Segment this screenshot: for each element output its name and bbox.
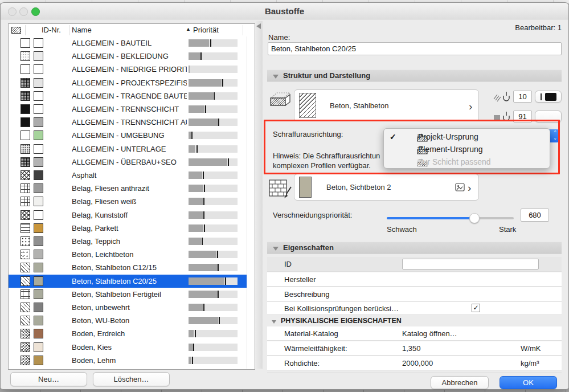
list-item[interactable]: Beton, Leichtbeton bbox=[9, 248, 247, 261]
cut-fill-swatch bbox=[21, 197, 30, 206]
list-scrollbar[interactable] bbox=[247, 36, 255, 369]
name-input[interactable] bbox=[268, 42, 562, 55]
surface-pen-color-button[interactable] bbox=[535, 111, 562, 122]
section-properties[interactable]: Eigenschaften bbox=[267, 242, 562, 254]
list-item[interactable]: Belag, Parkett bbox=[9, 222, 247, 235]
property-row[interactable]: Beschreibung bbox=[267, 287, 562, 301]
priority-bar-fill bbox=[189, 119, 218, 126]
delete-button[interactable]: Löschen… bbox=[93, 372, 170, 386]
sort-ascending-icon: ▲ bbox=[186, 26, 191, 32]
cut-fill-swatch bbox=[21, 91, 30, 101]
surface-swatch bbox=[34, 130, 43, 140]
ok-button[interactable]: OK bbox=[500, 376, 557, 389]
cut-fill-swatch bbox=[21, 356, 30, 365]
list-item[interactable]: ALLGEMEIN - TRAGENDE BAUTEI bbox=[9, 89, 247, 103]
list-item[interactable]: ALLGEMEIN - PROJEKTSPEZIFISC bbox=[9, 76, 247, 89]
list-item[interactable]: Belag, Kunststoff bbox=[9, 209, 247, 222]
cut-fill-selector[interactable]: Beton, Stahlbeton › bbox=[294, 89, 479, 121]
list-item[interactable] bbox=[9, 367, 247, 369]
property-row[interactable]: Bei Kollisionsprüfungen berücksi…✓ bbox=[267, 302, 562, 315]
physical-value[interactable]: 1,350 bbox=[402, 344, 421, 353]
window-title: Baustoffe bbox=[1, 6, 568, 16]
surface-swatch bbox=[34, 210, 43, 220]
material-name: ALLGEMEIN - PROJEKTSPEZIFISC bbox=[72, 76, 187, 89]
priority-slider[interactable] bbox=[387, 213, 514, 223]
section-physical[interactable]: PHYSIKALISCHE EIGENSCHAFTEN bbox=[267, 315, 562, 327]
priority-bar-fill bbox=[189, 198, 203, 205]
list-item[interactable]: Boden, Erdreich bbox=[9, 327, 247, 340]
surface-swatch bbox=[34, 197, 43, 206]
list-item[interactable]: ALLGEMEIN - UMGEBUNG bbox=[9, 129, 247, 142]
list-item[interactable]: ALLGEMEIN - TRENNSCHICHT bbox=[9, 103, 247, 116]
priority-bar-fill bbox=[189, 211, 203, 219]
physical-property-row[interactable]: Material-KatalogKatalog öffnen… bbox=[267, 326, 562, 341]
priority-bar-fill bbox=[189, 52, 200, 60]
property-label: Bei Kollisionsprüfungen berücksi… bbox=[284, 304, 399, 313]
fill-pen-color-button[interactable] bbox=[535, 91, 562, 103]
list-item[interactable]: Belag, Teppich bbox=[9, 235, 247, 248]
cut-fill-column-icon[interactable] bbox=[11, 27, 21, 34]
list-item[interactable]: ALLGEMEIN - ÜBERBAU+SEO bbox=[9, 156, 247, 169]
material-name: Belag, Fliesen weiß bbox=[72, 195, 187, 208]
property-row[interactable]: Hersteller bbox=[267, 272, 562, 287]
list-item[interactable]: Beton, Stahlbeton Fertigteil bbox=[9, 288, 247, 301]
section-structure[interactable]: Struktur und Darstellung bbox=[267, 70, 562, 81]
column-id[interactable]: ID-Nr. bbox=[42, 26, 61, 34]
list-item[interactable]: Beton, Stahlbeton C12/15 bbox=[9, 261, 247, 274]
physical-property-row[interactable]: Rohdichte:2000,000kg/m³ bbox=[267, 356, 562, 370]
list-item[interactable]: Beton, WU-Beton bbox=[9, 314, 247, 327]
physical-label: Rohdichte: bbox=[284, 359, 320, 368]
priority-marker bbox=[210, 39, 211, 47]
id-input[interactable] bbox=[402, 259, 539, 270]
collision-checkbox[interactable]: ✓ bbox=[472, 304, 480, 312]
property-label: Hersteller bbox=[284, 275, 316, 284]
hint-line-1: Hinweis: Die Schraffurausrichtun bbox=[273, 152, 387, 160]
priority-bar bbox=[189, 132, 238, 139]
list-item[interactable]: Boden, Lehm bbox=[9, 354, 247, 367]
list-item[interactable]: Belag, Fliesen weiß bbox=[9, 195, 247, 208]
cut-fill-swatch bbox=[21, 342, 30, 352]
priority-bar-fill bbox=[189, 344, 193, 351]
collapse-triangle-icon bbox=[273, 75, 279, 79]
panel-splitter[interactable] bbox=[255, 21, 263, 369]
list-item[interactable]: ALLGEMEIN - TRENNSCHICHT AU bbox=[9, 116, 247, 129]
physical-property-row[interactable]: Wärmeleitfähigkeit:1,350W/mK bbox=[267, 341, 562, 356]
column-name[interactable]: Name bbox=[72, 26, 92, 34]
priority-bar-fill bbox=[189, 185, 203, 192]
priority-input[interactable] bbox=[521, 209, 549, 222]
cut-fill-swatch bbox=[21, 78, 30, 88]
material-name: ALLGEMEIN - TRENNSCHICHT bbox=[72, 103, 187, 116]
priority-bar-fill bbox=[189, 105, 204, 113]
list-item[interactable]: ALLGEMEIN - BAUTEIL bbox=[9, 36, 247, 50]
collapse-left-icon[interactable] bbox=[256, 23, 261, 29]
list-item[interactable]: Asphalt bbox=[9, 169, 247, 182]
list-item[interactable]: Belag, Fliesen anthrazit bbox=[9, 182, 247, 195]
material-name: Beton, Stahlbeton C12/15 bbox=[72, 261, 187, 274]
priority-bar bbox=[189, 277, 238, 285]
new-button[interactable]: Neu… bbox=[10, 372, 87, 386]
priority-marker bbox=[217, 251, 218, 258]
column-priority[interactable]: Priorität bbox=[193, 26, 219, 34]
slider-thumb[interactable] bbox=[469, 213, 480, 223]
menu-item[interactable]: Element-Ursprung bbox=[386, 144, 547, 156]
surface-pen-input[interactable] bbox=[513, 111, 532, 122]
property-row[interactable]: ID bbox=[267, 257, 562, 272]
physical-value[interactable]: 2000,000 bbox=[402, 359, 433, 368]
priority-bar-fill bbox=[189, 277, 224, 285]
priority-bar bbox=[189, 251, 238, 258]
physical-value[interactable]: Katalog öffnen… bbox=[402, 329, 457, 338]
surface-swatch bbox=[34, 342, 43, 352]
hint-line-2: komplexen Profilen verfügbar. bbox=[273, 161, 371, 170]
fill-pen-input[interactable] bbox=[513, 91, 532, 103]
priority-marker bbox=[228, 158, 229, 166]
cancel-button[interactable]: Abbrechen bbox=[431, 376, 489, 389]
list-item[interactable]: Beton, unbewehrt bbox=[9, 301, 247, 314]
list-item[interactable]: Boden, Kies bbox=[9, 341, 247, 354]
list-item[interactable]: Beton, Stahlbeton C20/25 bbox=[9, 275, 247, 288]
list-item[interactable]: ALLGEMEIN - BEKLEIDUNG bbox=[9, 50, 247, 63]
surface-selector[interactable]: Beton, Sichtbeton 2 › bbox=[294, 174, 479, 201]
physical-label: Wärmeleitfähigkeit: bbox=[284, 344, 347, 353]
list-item[interactable]: ALLGEMEIN - UNTERLAGE bbox=[9, 142, 247, 156]
menu-item[interactable]: ✓Projekt-Ursprung bbox=[386, 131, 547, 144]
list-item[interactable]: ALLGEMEIN - NIEDRIGE PRIORITÄ bbox=[9, 63, 247, 76]
